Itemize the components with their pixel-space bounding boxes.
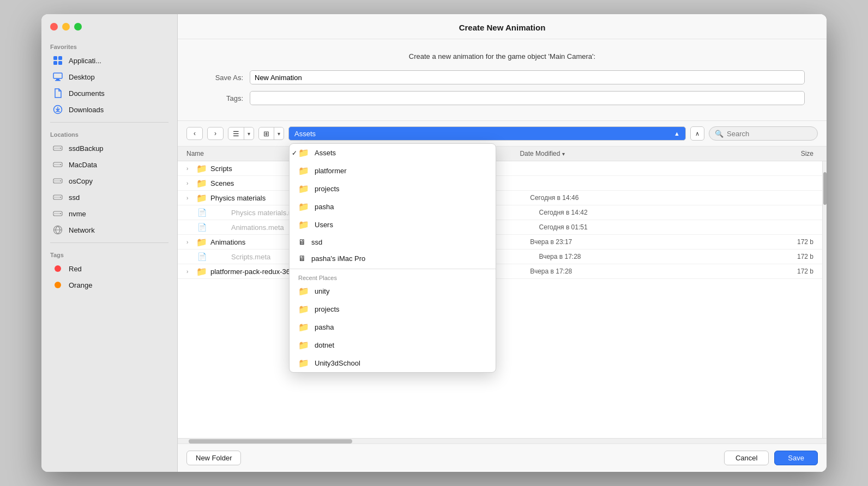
location-label: Assets: [294, 130, 316, 138]
tags-label: Tags: [41, 247, 177, 260]
dropdown-item-pasha[interactable]: 📁 pasha: [290, 198, 496, 216]
cancel-button[interactable]: Cancel: [724, 451, 769, 465]
hscroll-thumb[interactable]: [189, 439, 352, 444]
recent-places-label: Recent Places: [290, 271, 496, 282]
folder-icon-unity3d: 📁: [298, 358, 309, 368]
sidebar-item-orange-label: Orange: [69, 281, 92, 289]
location-dropdown[interactable]: Assets ▲ 📁 Assets 📁 platformer 📁 project…: [288, 126, 686, 141]
documents-icon: [52, 88, 63, 99]
table-row[interactable]: 📄 Animations.meta Сегодня в 01:51: [178, 220, 822, 235]
list-view-icon: ☰: [228, 127, 244, 139]
table-row[interactable]: › 📁 Scenes: [178, 176, 822, 191]
dropdown-recent-dotnet-label: dotnet: [315, 341, 334, 349]
location-dropdown-panel: 📁 Assets 📁 platformer 📁 projects 📁 pasha: [289, 143, 496, 373]
hdd-icon-dropdown-ssd: 🖥: [298, 238, 306, 246]
back-button[interactable]: ‹: [186, 127, 203, 140]
table-row[interactable]: 📄 Physics materials.meta Сегодня в 14:42: [178, 205, 822, 220]
svg-rect-3: [58, 61, 62, 65]
sidebar-item-oscopy-label: osCopy: [69, 177, 93, 185]
network-icon: [52, 224, 63, 235]
desktop-icon: [52, 71, 63, 82]
dropdown-recent-pasha[interactable]: 📁 pasha: [290, 318, 496, 336]
orange-tag-icon: [52, 280, 63, 290]
col-size-header: Size: [770, 150, 813, 157]
maximize-button[interactable]: [74, 23, 82, 31]
svg-rect-0: [53, 56, 57, 60]
sidebar-item-applications-label: Applicati...: [69, 57, 101, 65]
folder-icon-recent-projects: 📁: [298, 304, 309, 314]
sidebar-item-oscopy[interactable]: osCopy: [44, 173, 175, 189]
svg-point-20: [60, 197, 61, 198]
file-date: Сегодня в 14:42: [539, 209, 770, 216]
dropdown-recent-dotnet[interactable]: 📁 dotnet: [290, 336, 496, 354]
scrollbar-thumb[interactable]: [823, 172, 827, 205]
sidebar-item-macdata-label: MacData: [69, 161, 97, 169]
bottom-bar: New Folder Cancel Save: [178, 444, 827, 472]
dropdown-recent-pasha-label: pasha: [315, 323, 334, 331]
sidebar-item-desktop[interactable]: Desktop: [44, 69, 175, 85]
locations-label: Locations: [41, 127, 177, 140]
folder-icon-unity: 📁: [298, 286, 309, 296]
table-row[interactable]: › 📁 Scripts: [178, 161, 822, 176]
table-row[interactable]: › 📁 Physics materials Сегодня в 14:46: [178, 191, 822, 205]
tags-row: Tags:: [200, 91, 805, 105]
file-area: Name Date Modified ▾ Size › 📁 Scripts: [178, 147, 827, 444]
folder-icon: 📁: [196, 267, 207, 276]
sidebar-item-downloads[interactable]: Downloads: [44, 101, 175, 118]
sidebar-item-applications[interactable]: Applicati...: [44, 52, 175, 69]
dropdown-divider: [290, 269, 496, 269]
dropdown-item-projects[interactable]: 📁 projects: [290, 180, 496, 198]
tags-input[interactable]: [250, 91, 805, 105]
sidebar-item-red[interactable]: Red: [44, 260, 175, 277]
dropdown-item-imac[interactable]: 🖥 pasha's iMac Pro: [290, 250, 496, 266]
sidebar-item-red-label: Red: [69, 265, 82, 273]
sidebar-item-macdata[interactable]: MacData: [44, 156, 175, 173]
sidebar-item-documents[interactable]: Documents: [44, 85, 175, 101]
vertical-scrollbar[interactable]: [822, 161, 827, 438]
dropdown-item-projects-label: projects: [315, 185, 340, 193]
close-button[interactable]: [50, 23, 58, 31]
toolbar: ‹ › ☰ ▾ ⊞ ▾ Assets ▲ 📁 Assets: [178, 121, 827, 147]
file-date: Вчера в 17:28: [539, 253, 770, 260]
downloads-icon: [52, 104, 63, 115]
svg-rect-1: [58, 56, 62, 60]
dropdown-recent-unity[interactable]: 📁 unity: [290, 282, 496, 300]
dropdown-item-assets[interactable]: 📁 Assets: [290, 144, 496, 162]
collapse-button[interactable]: ∧: [690, 126, 704, 141]
file-list-wrap: › 📁 Scripts › 📁 Scenes ›: [178, 161, 827, 438]
view-list-dropdown[interactable]: ☰ ▾: [228, 127, 254, 140]
dialog-title: Create New Animation: [178, 23, 827, 32]
save-as-input[interactable]: [250, 70, 805, 84]
sidebar-item-network[interactable]: Network: [44, 222, 175, 238]
svg-point-17: [60, 180, 61, 181]
expand-arrow: ›: [186, 195, 194, 201]
minimize-button[interactable]: [62, 23, 70, 31]
dropdown-recent-projects-label: projects: [315, 305, 340, 313]
sidebar-item-nvme[interactable]: nvme: [44, 205, 175, 222]
sidebar-item-orange[interactable]: Orange: [44, 277, 175, 293]
dropdown-item-ssd[interactable]: 🖥 ssd: [290, 234, 496, 250]
sort-arrow[interactable]: ▾: [562, 151, 565, 157]
table-row[interactable]: › 📁 Animations Вчера в 23:17 172 b: [178, 235, 822, 250]
dropdown-item-users[interactable]: 📁 Users: [290, 216, 496, 234]
dropdown-recent-projects[interactable]: 📁 projects: [290, 300, 496, 318]
expand-arrow: ›: [186, 239, 194, 245]
favorites-label: Favorites: [41, 39, 177, 52]
dropdown-recent-unity3d[interactable]: 📁 Unity3dSchool: [290, 354, 496, 372]
forward-button[interactable]: ›: [207, 127, 224, 140]
new-folder-button[interactable]: New Folder: [186, 451, 241, 465]
search-input[interactable]: [727, 130, 809, 138]
apps-icon: [52, 55, 63, 66]
view-grid-dropdown[interactable]: ⊞ ▾: [258, 127, 284, 140]
horizontal-scrollbar[interactable]: [178, 438, 827, 444]
sidebar-item-ssd-label: ssd: [69, 193, 80, 202]
table-row[interactable]: › 📁 platformer-pack-redux-360 Вчера в 17…: [178, 264, 822, 279]
save-as-label: Save As:: [200, 74, 243, 82]
sidebar-item-ssd[interactable]: ssd: [44, 189, 175, 205]
save-button[interactable]: Save: [774, 451, 818, 465]
sidebar-item-ssdbackup[interactable]: ssdBackup: [44, 140, 175, 156]
dropdown-item-platformer[interactable]: 📁 platformer: [290, 162, 496, 180]
table-row[interactable]: 📄 Scripts.meta Вчера в 17:28 172 b: [178, 250, 822, 264]
file-date: Вчера в 17:28: [530, 268, 770, 275]
file-date: Вчера в 23:17: [530, 238, 770, 246]
